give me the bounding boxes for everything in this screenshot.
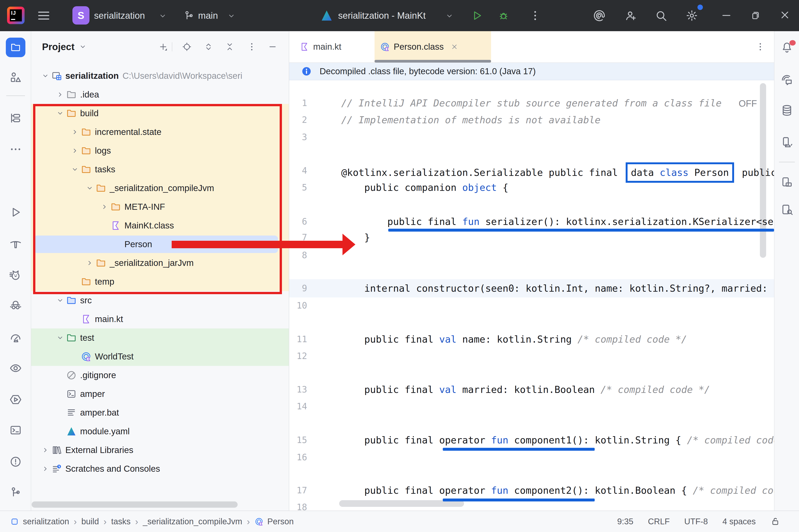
line-number[interactable]: 18: [289, 499, 307, 511]
status-indent-style[interactable]: 4 spaces: [723, 517, 756, 526]
line-number[interactable]: 15: [289, 432, 307, 449]
tree-item-mainkt-class[interactable]: MainKt.class: [31, 216, 289, 235]
tree-chevron-down-icon[interactable]: [56, 333, 65, 342]
close-window-button[interactable]: [779, 9, 791, 21]
tree-item--serialitzation-compilejvm[interactable]: _serialitzation_compileJvm: [31, 179, 289, 197]
tree-item-test[interactable]: test: [31, 328, 289, 347]
tree-item-worldtest[interactable]: WorldTest: [31, 347, 289, 366]
tree-item-main-kt[interactable]: main.kt: [31, 310, 289, 328]
breadcrumb-item-person[interactable]: Person: [254, 517, 294, 526]
tree-item--serialitzation-jarjvm[interactable]: _serialitzation_jarJvm: [31, 254, 289, 272]
tree-item-src[interactable]: src: [31, 291, 289, 310]
code-editor[interactable]: OFF 1// IntelliJ API Decompiler stub sou…: [289, 80, 774, 511]
rail-item-cat-plugin-icon[interactable]: [0, 268, 31, 281]
tree-item--gitignore[interactable]: .gitignore: [31, 366, 289, 385]
line-number[interactable]: 6: [289, 213, 307, 230]
tree-item-build[interactable]: build: [31, 104, 289, 123]
code-line-15[interactable]: public final operator fun component1(): …: [341, 432, 774, 449]
rail-item-pipeline-icon[interactable]: [0, 393, 31, 406]
expand-all-icon[interactable]: [203, 42, 214, 53]
tab-main-kt[interactable]: main.kt: [296, 31, 363, 62]
rail-item-version-control-icon[interactable]: [0, 486, 31, 499]
restore-window-button[interactable]: [749, 10, 761, 21]
code-line-6[interactable]: public final fun serializer(): kotlinx.s…: [341, 213, 774, 230]
panel-options-icon[interactable]: [247, 42, 257, 53]
line-number[interactable]: 4: [289, 163, 307, 179]
line-number[interactable]: 9: [289, 280, 307, 297]
status-line-ending[interactable]: CRLF: [648, 517, 670, 526]
rail-item-notifications-icon[interactable]: [775, 41, 799, 54]
line-number[interactable]: 13: [289, 381, 307, 398]
rail-item-device-droid-icon[interactable]: [775, 136, 799, 149]
tree-chevron-down-icon[interactable]: [41, 71, 50, 80]
tree-item-module-yaml[interactable]: module.yaml: [31, 422, 289, 441]
rail-item-run-icon[interactable]: [0, 206, 31, 219]
main-menu-icon[interactable]: [36, 8, 51, 23]
search-everywhere-icon[interactable]: [655, 9, 668, 22]
run-configuration[interactable]: serialitzation - MainKt: [338, 0, 426, 31]
highlighting-off-label[interactable]: OFF: [739, 95, 757, 112]
line-number[interactable]: 7: [289, 229, 307, 246]
tree-item-temp[interactable]: temp: [31, 272, 289, 291]
branch-switcher-chevron-icon[interactable]: [227, 12, 236, 21]
line-number[interactable]: 14: [289, 398, 307, 415]
tree-item-logs[interactable]: logs: [31, 141, 289, 160]
rail-item-services-icon[interactable]: [0, 112, 31, 125]
breadcrumb-item-build[interactable]: build: [81, 517, 99, 526]
status-caret-position[interactable]: 9:35: [617, 517, 633, 526]
tree-chevron-right-icon[interactable]: [41, 464, 50, 473]
line-number[interactable]: 3: [289, 129, 307, 146]
git-branch-icon[interactable]: [183, 10, 195, 21]
project-switcher[interactable]: serialitzation: [94, 0, 145, 31]
line-number[interactable]: 11: [289, 331, 307, 348]
rail-item-device-search-icon[interactable]: [775, 203, 799, 216]
tree-item-amper-bat[interactable]: amper.bat: [31, 403, 289, 422]
rail-item-terminal-icon[interactable]: [0, 424, 31, 437]
tree-item-tasks[interactable]: tasks: [31, 160, 289, 179]
tree-chevron-right-icon[interactable]: [41, 445, 50, 455]
line-number[interactable]: 10: [289, 297, 307, 314]
rail-item-preview-icon[interactable]: [0, 362, 31, 375]
project-horizontal-scrollbar[interactable]: [32, 501, 238, 508]
rail-item-structure-icon[interactable]: [0, 71, 31, 84]
tree-chevron-down-icon[interactable]: [85, 184, 94, 193]
line-number[interactable]: 17: [289, 482, 307, 499]
project-rail-active-button[interactable]: [6, 38, 25, 57]
editor-options-icon[interactable]: [755, 42, 765, 53]
code-line-1[interactable]: // IntelliJ API Decompiler stub source g…: [341, 95, 722, 111]
run-button[interactable]: [471, 10, 483, 22]
tree-item--idea[interactable]: .idea: [31, 85, 289, 104]
line-number[interactable]: 8: [289, 247, 307, 264]
rail-item-device-layers-icon[interactable]: [775, 176, 799, 189]
status-encoding[interactable]: UTF-8: [684, 517, 708, 526]
branch-switcher[interactable]: main: [198, 0, 218, 31]
code-line-7[interactable]: }: [341, 229, 370, 246]
collapse-all-icon[interactable]: [225, 42, 235, 53]
line-number[interactable]: 2: [289, 112, 307, 128]
breadcrumb-item-serialitzation[interactable]: serialitzation: [10, 517, 69, 526]
tree-chevron-down-icon[interactable]: [70, 165, 79, 174]
more-actions-icon[interactable]: [529, 10, 541, 22]
add-button[interactable]: [158, 42, 168, 53]
add-user-icon[interactable]: [624, 9, 637, 22]
rail-item-problems-icon[interactable]: [0, 455, 31, 468]
breadcrumb-item--serialitzation-compilejvm[interactable]: _serialitzation_compileJvm: [143, 517, 242, 526]
tree-item-meta-inf[interactable]: META-INF: [31, 197, 289, 216]
tree-chevron-right-icon[interactable]: [100, 202, 109, 211]
rail-item-build-icon[interactable]: [0, 237, 31, 250]
tree-item-external-libraries[interactable]: External Libraries: [31, 441, 289, 459]
rail-item-more-icon[interactable]: [0, 143, 31, 156]
select-opened-file-icon[interactable]: [182, 42, 192, 53]
tree-chevron-right-icon[interactable]: [70, 128, 79, 137]
rail-item-project-icon[interactable]: [0, 38, 31, 57]
line-number[interactable]: 1: [289, 95, 307, 111]
line-number[interactable]: 16: [289, 449, 307, 466]
tree-chevron-down-icon[interactable]: [56, 109, 65, 118]
tree-item-serialitzation[interactable]: serialitzationC:\Users\david\Workspace\s…: [31, 66, 289, 85]
tree-chevron-down-icon[interactable]: [56, 296, 65, 305]
tree-item-person[interactable]: Person: [31, 235, 289, 254]
rail-item-ai-assistant-icon[interactable]: [775, 73, 799, 86]
code-line-9[interactable]: internal constructor(seen0: kotlin.Int, …: [341, 280, 774, 297]
intellij-logo-icon[interactable]: IJ: [7, 7, 24, 24]
tree-chevron-right-icon[interactable]: [56, 90, 65, 99]
